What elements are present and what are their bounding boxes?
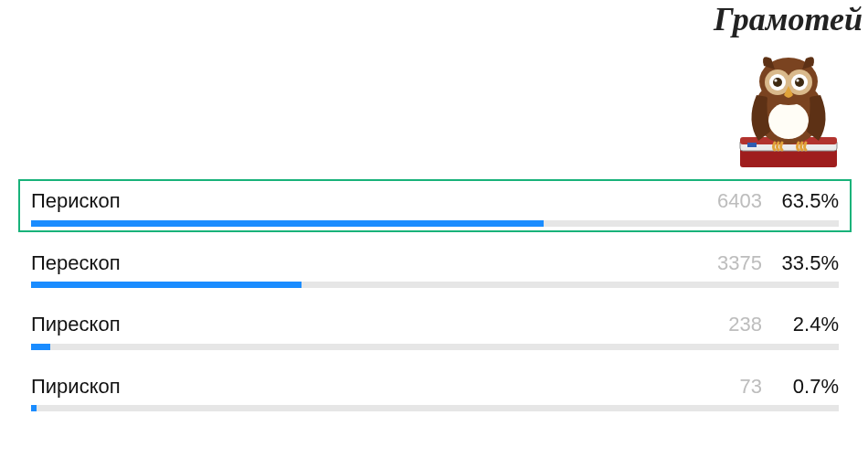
svg-point-12	[795, 78, 804, 87]
svg-point-13	[774, 79, 777, 81]
poll-option[interactable]: Перескоп337533.5%	[18, 241, 852, 294]
progress-fill	[31, 282, 302, 288]
svg-rect-3	[747, 143, 757, 147]
progress-fill	[31, 344, 50, 350]
option-label: Пирископ	[31, 374, 694, 400]
option-percent: 0.7%	[775, 374, 839, 400]
progress-track	[31, 344, 839, 350]
option-header: Перескоп337533.5%	[31, 250, 839, 277]
progress-fill	[31, 220, 544, 227]
brand-title: Грамотей	[714, 0, 863, 38]
svg-point-11	[773, 78, 782, 87]
owl-on-book-icon	[714, 40, 863, 177]
option-percent: 63.5%	[775, 188, 839, 215]
option-count: 73	[707, 374, 762, 400]
brand-block: Грамотей	[714, 0, 863, 177]
progress-track	[31, 220, 839, 227]
option-label: Перископ	[31, 188, 694, 215]
svg-point-5	[768, 102, 809, 139]
option-header: Пирископ730.7%	[31, 374, 839, 400]
option-count: 238	[707, 312, 762, 338]
poll-option[interactable]: Пирескоп2382.4%	[18, 303, 852, 356]
option-header: Пирескоп2382.4%	[31, 312, 839, 338]
option-label: Перескоп	[31, 250, 694, 277]
option-label: Пирескоп	[31, 312, 694, 338]
progress-track	[31, 405, 839, 411]
option-header: Перископ640363.5%	[31, 188, 839, 215]
poll-option[interactable]: Перископ640363.5%	[18, 179, 852, 232]
option-percent: 33.5%	[775, 250, 839, 277]
svg-point-14	[796, 79, 799, 81]
poll-option[interactable]: Пирископ730.7%	[18, 365, 852, 418]
poll-options: Перископ640363.5%Перескоп337533.5%Пиреск…	[18, 179, 852, 426]
option-percent: 2.4%	[775, 312, 839, 338]
option-count: 6403	[707, 188, 762, 215]
progress-fill	[31, 405, 37, 411]
progress-track	[31, 282, 839, 288]
option-count: 3375	[707, 250, 762, 277]
